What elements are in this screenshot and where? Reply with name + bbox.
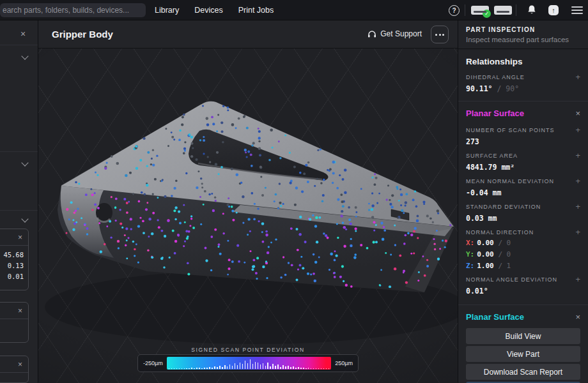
histogram-bar xyxy=(194,368,195,369)
histogram-bar xyxy=(306,368,307,369)
histogram-bar xyxy=(260,364,261,369)
histogram-bar xyxy=(245,361,246,369)
histogram-bar xyxy=(222,367,223,369)
add-icon[interactable]: + xyxy=(575,229,580,236)
axis-target: / 0 xyxy=(498,250,511,259)
histogram-bar xyxy=(212,368,213,369)
metric-label: DIHEDRAL ANGLE xyxy=(466,74,525,80)
normal-direction-metric: NORMAL DIRECTION + xyxy=(458,223,588,236)
histogram-bar xyxy=(171,368,173,369)
histogram-bar xyxy=(303,368,304,369)
build-view-button[interactable]: Build View xyxy=(466,328,580,344)
metric-value: -0.04 mm xyxy=(466,188,580,197)
legend-max-label: 250µm xyxy=(335,360,353,366)
metric-value: 4841.79 mm² xyxy=(466,163,580,172)
get-support-label: Get Support xyxy=(380,29,422,38)
metric-value: 90.11° xyxy=(466,84,493,93)
printer-icon[interactable] xyxy=(494,6,512,15)
normal-angle-deviation-metric: NORMAL ANGLE DEVIATION + 0.01° xyxy=(458,270,588,296)
add-icon[interactable]: + xyxy=(575,153,580,159)
page-title: Gripper Body xyxy=(52,29,113,40)
histogram-bar xyxy=(174,368,175,369)
top-nav: Library Devices Print Jobs xyxy=(155,0,274,20)
dihedral-angle-metric: DIHEDRAL ANGLE + 90.11° / 90° xyxy=(458,68,588,93)
more-options-button[interactable] xyxy=(431,26,449,43)
histogram-bar xyxy=(217,367,218,369)
close-icon[interactable]: × xyxy=(18,233,22,242)
chevron-down-icon[interactable] xyxy=(21,215,28,222)
add-icon[interactable]: + xyxy=(575,178,580,184)
metric: STANDARD DEVIATION + 0.03 mm xyxy=(458,197,588,223)
histogram-bar xyxy=(176,368,178,369)
hamburger-menu-icon[interactable] xyxy=(571,6,583,14)
printer-ready-icon[interactable]: ✓ xyxy=(471,6,489,15)
search-input[interactable] xyxy=(0,3,146,17)
close-icon[interactable]: × xyxy=(20,29,26,39)
card-value: 0.01 xyxy=(0,271,24,282)
deviation-legend: -250µm 250µm xyxy=(137,354,359,372)
histogram-bar xyxy=(318,368,320,369)
chevron-down-icon[interactable] xyxy=(21,52,28,59)
histogram-bar xyxy=(290,367,291,369)
metric-label: SURFACE AREA xyxy=(466,153,518,159)
histogram-bar xyxy=(224,365,226,369)
notifications-bell-icon[interactable] xyxy=(527,4,537,18)
view-part-button[interactable]: View Part xyxy=(466,346,580,362)
metric-value: 273 xyxy=(466,137,580,146)
histogram-bar xyxy=(201,368,203,369)
planar-surface-title: Planar Surface xyxy=(466,312,524,322)
histogram-bar xyxy=(270,366,271,369)
close-icon[interactable]: × xyxy=(18,306,22,315)
histogram-bar xyxy=(247,363,249,369)
view-header: Gripper Body Get Support xyxy=(38,20,458,49)
histogram-bar xyxy=(329,368,330,369)
top-bar: Library Devices Print Jobs ? ✓ ↑ xyxy=(0,0,588,20)
help-icon[interactable]: ? xyxy=(449,5,460,16)
histogram-bar xyxy=(184,368,185,369)
histogram-bar xyxy=(182,368,183,369)
add-icon[interactable]: + xyxy=(575,276,580,283)
deviation-gradient-bar xyxy=(167,357,332,370)
metric: MEAN NORMAL DEVIATION + -0.04 mm xyxy=(458,172,588,197)
updates-icon[interactable]: ↑ xyxy=(548,5,559,15)
left-panel-card: × xyxy=(0,302,29,343)
histogram-bar xyxy=(206,368,208,369)
add-icon[interactable]: + xyxy=(575,204,580,210)
axis-row: Y:0.00 / 0 xyxy=(458,250,588,259)
3d-viewport[interactable]: SIGNED SCAN POINT DEVIATION -250µm 250µm xyxy=(38,49,458,383)
nav-print-jobs[interactable]: Print Jobs xyxy=(238,6,274,15)
add-icon[interactable]: + xyxy=(575,74,580,80)
viewport-vignette xyxy=(38,49,458,383)
download-scan-report-button[interactable]: Download Scan Report xyxy=(466,364,580,380)
metric-value: 0.03 mm xyxy=(466,214,580,223)
metric-label: MEAN NORMAL DEVIATION xyxy=(466,178,554,184)
axis-target: / 0 xyxy=(498,239,511,247)
close-icon[interactable]: × xyxy=(575,312,580,322)
close-icon[interactable]: × xyxy=(575,109,580,118)
histogram-bar xyxy=(232,366,233,369)
metric-target: / 90° xyxy=(497,84,519,93)
deviation-histogram xyxy=(169,357,330,369)
chevron-down-icon[interactable] xyxy=(21,159,28,166)
get-support-button[interactable]: Get Support xyxy=(368,29,422,38)
histogram-bar xyxy=(189,368,190,369)
nav-devices[interactable]: Devices xyxy=(194,6,222,15)
deviation-legend-title: SIGNED SCAN POINT DEVIATION xyxy=(191,347,305,353)
histogram-bar xyxy=(295,368,297,369)
card-value: 0.13 xyxy=(0,260,24,271)
histogram-bar xyxy=(272,364,274,369)
panel-subtitle: Inspect measured part surfaces xyxy=(466,36,580,43)
axis-label: X: xyxy=(466,239,474,247)
histogram-bar xyxy=(169,368,170,369)
histogram-bar xyxy=(300,368,302,369)
nav-library[interactable]: Library xyxy=(155,6,179,15)
metric-label: STANDARD DEVIATION xyxy=(466,204,541,210)
relationships-heading: Relationships xyxy=(458,49,588,68)
add-icon[interactable]: + xyxy=(575,127,580,133)
close-icon[interactable]: × xyxy=(18,360,22,369)
metric-value: 0.01° xyxy=(466,287,580,296)
histogram-bar xyxy=(240,363,241,369)
histogram-bar xyxy=(282,365,284,369)
axis-row: Z:1.00 / 1 xyxy=(458,262,588,270)
histogram-bar xyxy=(298,367,299,369)
